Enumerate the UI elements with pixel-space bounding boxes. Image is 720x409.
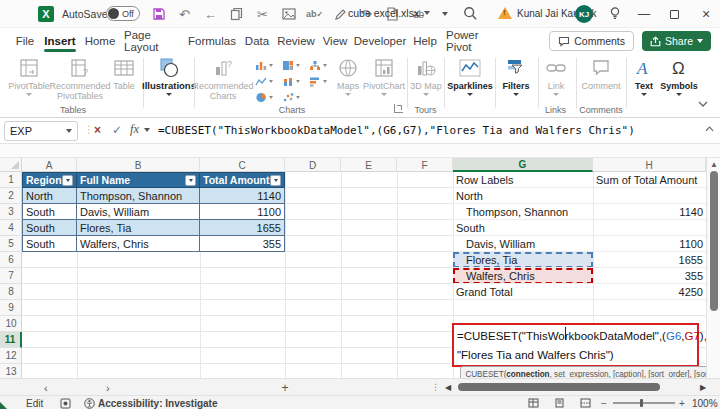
column-header-G[interactable]: G bbox=[453, 158, 593, 172]
table-cell[interactable]: Walfers, Chris bbox=[77, 236, 200, 252]
row-header-6[interactable]: 6 bbox=[0, 252, 22, 268]
collapse-ribbon-icon[interactable] bbox=[698, 101, 708, 107]
vertical-scrollbar-thumb[interactable] bbox=[710, 171, 718, 311]
name-box[interactable]: EXP bbox=[4, 121, 78, 141]
lightbulb-icon[interactable] bbox=[608, 6, 623, 21]
page-break-view-icon[interactable] bbox=[580, 396, 591, 409]
maximize-button[interactable] bbox=[664, 4, 684, 24]
share-button[interactable]: Share bbox=[642, 31, 711, 51]
document-title[interactable]: cube excel.xlsx bbox=[348, 7, 430, 19]
pivot-row[interactable]: Flores, Tia1655 bbox=[453, 252, 706, 268]
table-cell[interactable]: South bbox=[22, 220, 77, 236]
table-cell[interactable]: 1100 bbox=[200, 204, 285, 220]
tab-data[interactable]: Data bbox=[242, 28, 272, 53]
row-header-3[interactable]: 3 bbox=[0, 204, 22, 220]
column-header-E[interactable]: E bbox=[341, 158, 397, 172]
pivot-label[interactable]: Davis, William bbox=[453, 236, 593, 252]
avatar[interactable]: KJ bbox=[575, 5, 593, 23]
row-header-1[interactable]: 1 bbox=[0, 172, 22, 188]
tab-view[interactable]: View bbox=[320, 28, 350, 53]
column-header-A[interactable]: A bbox=[22, 158, 77, 172]
vertical-scrollbar[interactable]: ▲ bbox=[706, 158, 720, 378]
pivot-value[interactable]: 1100 bbox=[593, 236, 706, 252]
pivot-value[interactable]: 4250 bbox=[593, 284, 706, 300]
collapse-formula-bar-icon[interactable] bbox=[705, 126, 714, 132]
link-button[interactable]: Link bbox=[541, 57, 571, 96]
draw-icon[interactable] bbox=[332, 6, 349, 23]
pivot-header-row-labels[interactable]: Row Labels bbox=[453, 172, 593, 188]
pivotchart-button[interactable]: PivotChart bbox=[364, 57, 404, 96]
tab-help[interactable]: Help bbox=[410, 28, 440, 53]
pivottable-button[interactable]: PivotTable bbox=[8, 57, 50, 96]
pivot-row[interactable]: Thompson, Shannon1140 bbox=[453, 204, 706, 220]
pivot-header-sum[interactable]: Sum of Total Amount bbox=[593, 172, 706, 188]
macro-record-icon[interactable] bbox=[60, 396, 71, 409]
scroll-up-icon[interactable]: ▲ bbox=[710, 160, 718, 169]
3d-map-button[interactable]: 3D Map bbox=[410, 57, 442, 96]
table-cell[interactable]: South bbox=[22, 236, 77, 252]
page-layout-view-icon[interactable] bbox=[554, 396, 565, 409]
row-header-10[interactable]: 10 bbox=[0, 316, 22, 332]
cell-mode-indicator[interactable]: Edit bbox=[26, 396, 43, 409]
column-header-D[interactable]: D bbox=[285, 158, 341, 172]
hierarchy-chart-icon[interactable] bbox=[304, 57, 331, 73]
table-cell[interactable]: South bbox=[22, 204, 77, 220]
scrollbar-resize-handle[interactable]: ⋮ bbox=[431, 382, 440, 392]
illustrations-button[interactable]: Illustrations bbox=[147, 57, 191, 96]
customize-qat-icon[interactable] bbox=[436, 6, 453, 23]
cut-icon[interactable]: ✂ bbox=[254, 6, 271, 23]
cell-formula-editor[interactable]: =CUBESET("ThisWorkbookDataModel",(G6,G7)… bbox=[452, 323, 699, 367]
tab-review[interactable]: Review bbox=[276, 28, 316, 53]
stacked-column-chart-icon[interactable] bbox=[277, 73, 304, 89]
zoom-level[interactable]: 100% bbox=[692, 396, 718, 409]
search-icon[interactable] bbox=[463, 6, 479, 22]
undo-icon[interactable]: ↶ bbox=[176, 6, 193, 23]
warning-icon[interactable] bbox=[498, 7, 512, 19]
table-cell[interactable]: Flores, Tia bbox=[77, 220, 200, 236]
tab-file[interactable]: File bbox=[12, 28, 38, 53]
pivot-label[interactable]: Walfers, Chris bbox=[453, 268, 593, 284]
formula-bar-input[interactable]: =CUBESET("ThisWorkbookDataModel",(G6,G7)… bbox=[158, 124, 635, 137]
column-chart-icon[interactable] bbox=[250, 57, 277, 73]
row-header-9[interactable]: 9 bbox=[0, 300, 22, 316]
filter-dropdown-icon[interactable] bbox=[185, 175, 196, 186]
zoom-in-icon[interactable]: + bbox=[679, 396, 685, 409]
zoom-slider-thumb[interactable] bbox=[640, 399, 643, 407]
scroll-right-icon[interactable]: ▶ bbox=[700, 383, 706, 392]
minimize-button[interactable]: — bbox=[634, 4, 654, 24]
pivot-value[interactable]: 1140 bbox=[593, 204, 706, 220]
tab-insert[interactable]: Insert bbox=[42, 28, 78, 53]
recommended-charts-button[interactable]: ? Recommended Charts bbox=[197, 57, 249, 101]
table-row[interactable]: SouthDavis, William1100 bbox=[22, 204, 286, 220]
table-button[interactable]: Table bbox=[108, 57, 140, 91]
row-header-5[interactable]: 5 bbox=[0, 236, 22, 252]
worksheet-grid[interactable]: ABCDEFGH 12345678910111213 RegionFull Na… bbox=[0, 158, 720, 378]
add-sheet-button[interactable]: + bbox=[278, 381, 292, 395]
back-arrow-icon[interactable]: ← bbox=[202, 6, 219, 23]
save-icon[interactable] bbox=[150, 6, 167, 23]
scatter-chart-icon[interactable] bbox=[277, 89, 304, 105]
comments-button[interactable]: Comments bbox=[549, 31, 634, 51]
enter-icon[interactable]: ✓ bbox=[112, 123, 122, 137]
row-header-4[interactable]: 4 bbox=[0, 220, 22, 236]
spelling-icon[interactable]: ab✓ bbox=[306, 6, 323, 23]
filters-button[interactable]: Filters bbox=[498, 57, 534, 96]
pivot-label[interactable]: Grand Total bbox=[453, 284, 593, 300]
table-cell[interactable]: 1655 bbox=[200, 220, 285, 236]
sparklines-button[interactable]: Sparklines bbox=[447, 57, 493, 96]
tab-developer[interactable]: Developer bbox=[354, 28, 406, 53]
pivot-label[interactable]: South bbox=[453, 220, 593, 236]
next-sheet-icon[interactable]: › bbox=[106, 380, 110, 395]
filter-dropdown-icon[interactable] bbox=[62, 175, 73, 186]
tab-formulas[interactable]: Formulas bbox=[186, 28, 238, 53]
text-button[interactable]: A Text bbox=[629, 57, 659, 96]
pivot-label[interactable]: Flores, Tia bbox=[453, 252, 593, 268]
select-all-corner[interactable] bbox=[0, 158, 22, 172]
cancel-icon[interactable]: × bbox=[94, 123, 101, 137]
line-chart-icon[interactable] bbox=[250, 73, 277, 89]
table-row[interactable]: SouthWalfers, Chris355 bbox=[22, 236, 286, 252]
table-cell[interactable]: Thompson, Shannon bbox=[77, 188, 200, 204]
table-cell[interactable]: 1140 bbox=[200, 188, 285, 204]
row-header-7[interactable]: 7 bbox=[0, 268, 22, 284]
pivot-value[interactable]: 1655 bbox=[593, 252, 706, 268]
